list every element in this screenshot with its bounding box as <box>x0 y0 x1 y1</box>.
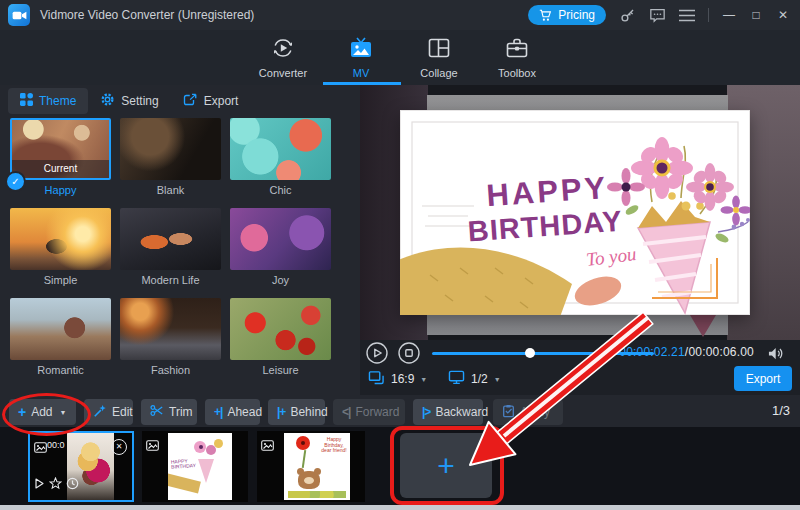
main-nav: Converter MV Collage Toolbox <box>0 30 800 85</box>
display-selector[interactable]: 1/2 ▼ <box>448 370 501 388</box>
behind-label: Behind <box>290 405 327 419</box>
image-type-icon <box>146 437 159 455</box>
theme-label: Simple <box>10 274 111 286</box>
backward-label: Backward <box>435 405 488 419</box>
theme-thumb-chic[interactable] <box>230 118 331 180</box>
mini-card-caption: Happy Birthday, dear friend! <box>320 437 348 454</box>
theme-item-happy[interactable]: Current ✓ Happy <box>10 118 111 206</box>
theme-item-leisure[interactable]: Leisure <box>230 298 331 386</box>
time-total: /00:00:06.00 <box>685 345 754 359</box>
theme-label: Joy <box>230 274 331 286</box>
clipboard-icon <box>502 404 515 421</box>
theme-thumb-romantic[interactable] <box>10 298 111 360</box>
apply-button[interactable]: Apply <box>493 399 563 425</box>
annotation-ellipse-add-button <box>2 393 91 436</box>
export-button[interactable]: Export <box>734 366 792 391</box>
register-key-icon[interactable] <box>619 7 636 24</box>
forward-button[interactable]: <| Forward <box>333 399 405 425</box>
ahead-button[interactable]: +| Ahead <box>205 399 260 425</box>
theme-thumb-modern-life[interactable] <box>120 208 221 270</box>
theme-label: Modern Life <box>120 274 221 286</box>
theme-panel: Theme Setting Export Current ✓ <box>0 85 360 395</box>
ahead-label: Ahead <box>227 405 262 419</box>
mini-stem <box>302 450 306 468</box>
timeline-clip-3[interactable]: Happy Birthday, dear friend! <box>257 431 365 502</box>
clip-effect-star-icon[interactable] <box>49 476 62 494</box>
theme-item-simple[interactable]: Simple <box>10 208 111 296</box>
toolbox-icon <box>505 36 529 64</box>
clip-play-icon[interactable] <box>34 476 45 494</box>
tab-converter[interactable]: Converter <box>244 30 322 85</box>
theme-item-romantic[interactable]: Romantic <box>10 298 111 386</box>
theme-thumb-blank[interactable] <box>120 118 221 180</box>
theme-item-joy[interactable]: Joy <box>230 208 331 296</box>
tab-toolbox-label: Toolbox <box>498 67 536 79</box>
volume-icon[interactable] <box>767 346 784 365</box>
panel-tab-theme-label: Theme <box>39 94 76 108</box>
theme-thumb-simple[interactable] <box>10 208 111 270</box>
ahead-icon: +| <box>214 405 222 419</box>
clip-duration-clock-icon[interactable] <box>66 476 79 494</box>
timeline-clip-1[interactable]: 00:0 ✕ <box>28 431 134 502</box>
theme-thumb-joy[interactable] <box>230 208 331 270</box>
trim-button[interactable]: Trim <box>141 399 197 425</box>
close-button[interactable]: ✕ <box>776 0 790 30</box>
panel-tab-setting[interactable]: Setting <box>88 88 170 114</box>
clip-3-thumbnail: Happy Birthday, dear friend! <box>284 433 350 500</box>
theme-item-modern-life[interactable]: Modern Life <box>120 208 221 296</box>
theme-label: Happy <box>10 184 111 196</box>
edit-label: Edit <box>112 405 133 419</box>
tab-collage[interactable]: Collage <box>400 30 478 85</box>
menu-icon[interactable] <box>679 9 695 22</box>
theme-item-fashion[interactable]: Fashion <box>120 298 221 386</box>
clip-toolbar: + Add ▼ Edit Trim +| Ahead |+ Behind <| … <box>0 395 800 427</box>
tab-toolbox[interactable]: Toolbox <box>478 30 556 85</box>
panel-tab-export[interactable]: Export <box>171 88 251 114</box>
theme-label: Romantic <box>10 364 111 376</box>
image-type-icon <box>261 437 274 455</box>
mini-flower <box>214 439 223 448</box>
progress-knob[interactable] <box>525 348 535 358</box>
tab-converter-label: Converter <box>259 67 307 79</box>
annotation-rect-add-slot <box>390 426 504 505</box>
tab-mv-label: MV <box>353 67 370 79</box>
mini-teddy-ear <box>314 468 321 475</box>
forward-label: Forward <box>355 405 399 419</box>
stop-button[interactable] <box>398 342 420 368</box>
time-display: 00:00:02.21/00:00:06.00 <box>619 345 754 359</box>
theme-label: Chic <box>230 184 331 196</box>
theme-label: Blank <box>120 184 221 196</box>
aspect-ratio-selector[interactable]: 16:9 ▼ <box>368 370 427 388</box>
pricing-label: Pricing <box>558 8 595 22</box>
theme-thumb-happy[interactable]: Current <box>10 118 111 180</box>
converter-icon <box>271 36 295 64</box>
theme-item-chic[interactable]: Chic <box>230 118 331 206</box>
tab-mv[interactable]: MV <box>322 30 400 85</box>
play-button[interactable] <box>366 342 388 368</box>
maximize-button[interactable]: □ <box>749 0 763 30</box>
video-preview[interactable]: HAPPY BIRTHDAY To you <box>360 85 800 340</box>
behind-icon: |+ <box>277 405 285 419</box>
behind-button[interactable]: |+ Behind <box>268 399 325 425</box>
theme-item-blank[interactable]: Blank <box>120 118 221 206</box>
pricing-button[interactable]: Pricing <box>528 5 606 25</box>
image-type-icon <box>34 439 47 457</box>
feedback-icon[interactable] <box>649 8 666 23</box>
theme-thumb-fashion[interactable] <box>120 298 221 360</box>
edit-button[interactable]: Edit <box>84 399 133 425</box>
timeline-clip-2[interactable]: HAPPY BIRTHDAY <box>142 431 248 502</box>
backward-button[interactable]: |> Backward <box>413 399 483 425</box>
minimize-button[interactable]: — <box>722 0 736 30</box>
panel-tab-theme[interactable]: Theme <box>8 88 88 114</box>
clip-2-thumbnail: HAPPY BIRTHDAY <box>168 433 232 500</box>
selected-check-icon: ✓ <box>5 171 26 192</box>
mini-grass <box>288 491 346 498</box>
export-button-label: Export <box>746 372 781 386</box>
theme-thumb-leisure[interactable] <box>230 298 331 360</box>
card-subheading: To you <box>585 243 638 270</box>
remove-clip-icon[interactable]: ✕ <box>111 439 127 455</box>
edit-wand-icon <box>93 404 107 421</box>
collage-icon <box>427 36 451 64</box>
app-logo-icon <box>8 4 30 26</box>
monitor-icon <box>448 370 465 388</box>
